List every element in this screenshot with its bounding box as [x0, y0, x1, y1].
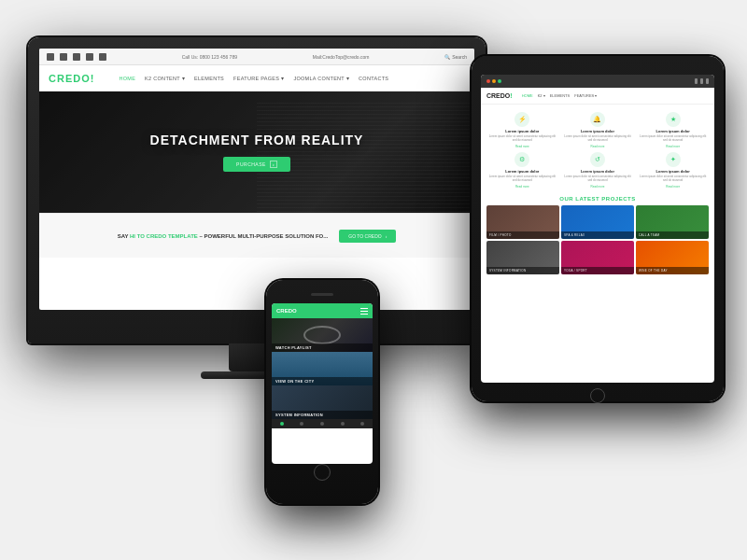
topbar-left: in p ▣ t vk: [47, 53, 106, 61]
tablet-screen: CREDO! HOME K2 ▾ ELEMENTS FEATURES ▾ ⚡ L…: [481, 75, 714, 383]
feature-item-6: ✦ Lorem ipsum dolor Lorem ipsum dolor si…: [637, 152, 709, 189]
feature-link-2[interactable]: Read more: [591, 145, 605, 148]
feature-link-4[interactable]: Read more: [515, 185, 529, 189]
feature-item-4: ⚙ Lorem ipsum dolor Lorem ipsum dolor si…: [486, 152, 558, 189]
vk-icon: vk: [99, 53, 106, 61]
feature-link-3[interactable]: Read more: [666, 145, 680, 148]
bookmark-icon: ▣: [73, 53, 80, 61]
cta-btn-label: GO TO CREDO: [348, 233, 381, 239]
cta-bar: SAY HI TO CREDO TEMPLATE – POWERFUL MULT…: [39, 213, 474, 258]
battery-icon: [706, 78, 709, 84]
project-1: FILM / PHOTO: [486, 205, 559, 239]
tablet-status-icons: [695, 78, 709, 84]
phone-home-button[interactable]: [314, 464, 331, 481]
hero-title: DETACHMENT FROM REALITY: [150, 133, 364, 147]
feature-title-6: Lorem ipsum dolor: [656, 169, 690, 174]
twitter-icon: t: [86, 53, 93, 61]
nav-dot-3[interactable]: [320, 422, 324, 426]
purchase-button[interactable]: PURCHASE ›: [223, 157, 290, 172]
feature-text-1: Lorem ipsum dolor sit amet consectetur a…: [486, 135, 558, 143]
project-5-label: YOGA / SPORT: [561, 267, 634, 274]
hamburger-bar-3: [360, 314, 368, 315]
feature-item-5: ↺ Lorem ipsum dolor Lorem ipsum dolor si…: [562, 152, 634, 189]
pinterest-icon: p: [60, 53, 67, 61]
tablet-nav: HOME K2 ▾ ELEMENTS FEATURES ▾: [522, 93, 598, 98]
cta-arrow-icon: ›: [386, 233, 388, 239]
hero-section: DETACHMENT FROM REALITY PURCHASE ›: [39, 91, 474, 213]
project-2-label: SPA & RELAX: [561, 231, 634, 239]
tab-nav-k2[interactable]: K2 ▾: [538, 93, 545, 98]
phone-bottom-nav: [272, 419, 373, 428]
city-label: VIEW ON THE CITY: [272, 377, 373, 385]
feature-text-4: Lorem ipsum dolor sit amet consectetur a…: [486, 175, 558, 183]
feature-title-4: Lorem ipsum dolor: [505, 169, 539, 174]
logo-exclaim: !: [91, 73, 95, 84]
nav-dot-4[interactable]: [341, 422, 345, 426]
nav-k2[interactable]: K2 CONTENT ▾: [145, 76, 185, 81]
desktop-monitor: in p ▣ t vk Call Us: 0800 123 456 789 Ma…: [28, 37, 486, 392]
monitor-screen: in p ▣ t vk Call Us: 0800 123 456 789 Ma…: [39, 49, 474, 310]
nav-links: HOME K2 CONTENT ▾ ELEMENTS FEATURE PAGES…: [119, 76, 388, 81]
phone-hero-video: WATCH PLAYLIST: [272, 318, 373, 352]
maximize-dot: [498, 79, 501, 83]
tab-nav-elements[interactable]: ELEMENTS: [550, 93, 571, 98]
monitor-frame: in p ▣ t vk Call Us: 0800 123 456 789 Ma…: [28, 37, 486, 343]
tablet-features-row2: ⚙ Lorem ipsum dolor Lorem ipsum dolor si…: [481, 152, 714, 192]
projects-title: OUR LATEST PROJECTS: [481, 192, 714, 205]
go-to-credo-button[interactable]: GO TO CREDO ›: [339, 230, 396, 243]
phone-city-video: VIEW ON THE CITY: [272, 352, 373, 385]
project-5: YOGA / SPORT: [561, 241, 634, 274]
purchase-label: PURCHASE: [236, 161, 266, 167]
nav-home[interactable]: HOME: [119, 76, 135, 81]
feature-title-2: Lorem ipsum dolor: [581, 129, 614, 133]
hamburger-bar-1: [360, 308, 368, 309]
feature-text-2: Lorem ipsum dolor sit amet consectetur a…: [562, 135, 634, 143]
feature-title-5: Lorem ipsum dolor: [581, 169, 614, 174]
signal-icon: [695, 78, 698, 84]
nav-feature[interactable]: FEATURE PAGES ▾: [233, 76, 284, 81]
linkedin-icon: in: [47, 53, 54, 61]
video-label-1: WATCH PLAYLIST: [272, 343, 373, 352]
nav-dot-2[interactable]: [300, 422, 303, 426]
tablet-frame: CREDO! HOME K2 ▾ ELEMENTS FEATURES ▾ ⚡ L…: [472, 56, 724, 401]
system-label: SYSTEM INFORMATION: [272, 411, 373, 419]
wifi-icon: [700, 78, 703, 84]
nav-contacts[interactable]: CONTACTS: [359, 76, 388, 81]
tablet-features-row1: ⚡ Lorem ipsum dolor Lorem ipsum dolor si…: [481, 105, 714, 152]
project-3-label: CALL A TEAM: [636, 231, 709, 239]
tablet-home-button[interactable]: [590, 388, 605, 403]
cta-hi: HI TO CREDO TEMPLATE: [130, 233, 198, 239]
scene: in p ▣ t vk Call Us: 0800 123 456 789 Ma…: [9, 9, 738, 551]
email-contact: Mail:CredoTop@credo.com: [313, 54, 370, 60]
feature-item-2: 🔔 Lorem ipsum dolor Lorem ipsum dolor si…: [562, 112, 634, 148]
phone-speaker: [311, 293, 333, 296]
nav-dot-1[interactable]: [280, 422, 284, 426]
nav-elements[interactable]: ELEMENTS: [194, 76, 224, 81]
tablet-logo: CREDO!: [486, 92, 513, 99]
feature-icon-3: ★: [666, 112, 681, 127]
project-6-label: WINE OF THE DAY: [636, 267, 709, 274]
tablet-traffic-lights: [486, 79, 501, 83]
feature-link-5[interactable]: Read more: [591, 185, 605, 189]
feature-link-1[interactable]: Read more: [515, 145, 529, 148]
hamburger-bar-2: [360, 311, 368, 312]
feature-icon-6: ✦: [666, 152, 681, 167]
tablet-navbar: CREDO! HOME K2 ▾ ELEMENTS FEATURES ▾: [481, 88, 714, 105]
feature-icon-5: ↺: [590, 152, 605, 167]
hamburger-icon[interactable]: [360, 308, 368, 315]
project-3: CALL A TEAM: [636, 205, 709, 239]
tab-nav-features[interactable]: FEATURES ▾: [574, 93, 597, 98]
site-topbar: in p ▣ t vk Call Us: 0800 123 456 789 Ma…: [39, 49, 474, 65]
search-area[interactable]: 🔍 Search: [444, 54, 467, 60]
arrow-icon: ›: [270, 161, 277, 168]
nav-joomla[interactable]: JOOMLA CONTENT ▾: [293, 76, 349, 81]
feature-link-6[interactable]: Read more: [666, 185, 680, 189]
feature-text-5: Lorem ipsum dolor sit amet consectetur a…: [562, 175, 634, 183]
nav-dot-5[interactable]: [360, 422, 364, 426]
cta-say: SAY: [118, 233, 130, 239]
tab-nav-home[interactable]: HOME: [522, 93, 533, 98]
logo-text: CREDO: [49, 73, 91, 84]
feature-icon-1: ⚡: [514, 112, 529, 127]
site-logo: CREDO!: [49, 73, 94, 84]
phone-contact: Call Us: 0800 123 456 789: [182, 54, 237, 60]
